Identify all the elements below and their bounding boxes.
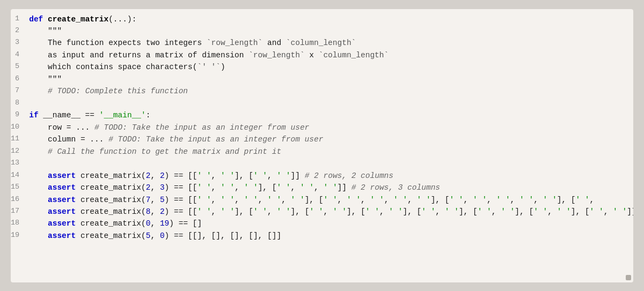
line-content: as input and returns a matrix of dimensi… xyxy=(25,49,633,61)
line-content xyxy=(25,158,633,169)
line-number: 8 xyxy=(11,98,25,109)
table-row: 2 """ xyxy=(11,25,633,37)
line-content: if __name__ == '__main__': xyxy=(25,109,633,121)
table-row: 8 xyxy=(11,98,633,109)
table-row: 13 xyxy=(11,158,633,169)
line-content: assert create_matrix(8, 2) == [[' ', ' '… xyxy=(25,206,633,218)
line-content: assert create_matrix(2, 2) == [[' ', ' '… xyxy=(25,170,633,182)
line-number: 3 xyxy=(11,37,25,49)
line-number: 16 xyxy=(11,194,25,206)
line-number: 13 xyxy=(11,158,25,169)
line-content: # TODO: Complete this function xyxy=(25,85,633,97)
line-content: assert create_matrix(2, 3) == [[' ', ' '… xyxy=(25,182,633,193)
line-content: The function expects two integers `row_l… xyxy=(25,37,633,49)
line-number: 14 xyxy=(11,170,25,182)
table-row: 5 which contains space characters(`' '`) xyxy=(11,61,633,73)
table-row: 14 assert create_matrix(2, 2) == [[' ', … xyxy=(11,170,633,182)
line-content: """ xyxy=(25,25,633,37)
line-number: 1 xyxy=(11,13,25,25)
table-row: 7 # TODO: Complete this function xyxy=(11,85,633,97)
table-row: 9 if __name__ == '__main__': xyxy=(11,109,633,121)
line-number: 19 xyxy=(11,230,25,242)
line-number: 2 xyxy=(11,25,25,37)
line-number: 12 xyxy=(11,146,25,158)
line-content: column = ... # TODO: Take the input as a… xyxy=(25,133,633,145)
table-row: 19 assert create_matrix(5, 0) == [[], []… xyxy=(11,230,633,242)
table-row: 17 assert create_matrix(8, 2) == [[' ', … xyxy=(11,206,633,218)
line-number: 15 xyxy=(11,182,25,193)
line-number: 6 xyxy=(11,73,25,85)
line-content: assert create_matrix(0, 19) == [] xyxy=(25,218,633,229)
code-editor: 1 def create_matrix(...): 2 """ 3 The fu… xyxy=(11,9,633,282)
code-table: 1 def create_matrix(...): 2 """ 3 The fu… xyxy=(11,13,633,242)
line-number: 9 xyxy=(11,109,25,121)
line-content: def create_matrix(...): xyxy=(25,13,633,25)
table-row: 3 The function expects two integers `row… xyxy=(11,37,633,49)
line-number: 4 xyxy=(11,49,25,61)
line-content: """ xyxy=(25,73,633,85)
line-content: row = ... # TODO: Take the input as an i… xyxy=(25,122,633,133)
line-content: assert create_matrix(5, 0) == [[], [], [… xyxy=(25,230,633,242)
line-number: 11 xyxy=(11,133,25,145)
line-content xyxy=(25,98,633,109)
line-number: 5 xyxy=(11,61,25,73)
line-number: 17 xyxy=(11,206,25,218)
table-row: 6 """ xyxy=(11,73,633,85)
table-row: 11 column = ... # TODO: Take the input a… xyxy=(11,133,633,145)
line-content: which contains space characters(`' '`) xyxy=(25,61,633,73)
line-content: # Call the function to get the matrix an… xyxy=(25,146,633,158)
table-row: 18 assert create_matrix(0, 19) == [] xyxy=(11,218,633,229)
table-row: 16 assert create_matrix(7, 5) == [[' ', … xyxy=(11,194,633,206)
table-row: 15 assert create_matrix(2, 3) == [[' ', … xyxy=(11,182,633,193)
line-number: 10 xyxy=(11,122,25,133)
line-number: 7 xyxy=(11,85,25,97)
table-row: 12 # Call the function to get the matrix… xyxy=(11,146,633,158)
scrollbar-corner xyxy=(626,275,631,280)
line-number: 18 xyxy=(11,218,25,229)
table-row: 4 as input and returns a matrix of dimen… xyxy=(11,49,633,61)
table-row: 10 row = ... # TODO: Take the input as a… xyxy=(11,122,633,133)
line-content: assert create_matrix(7, 5) == [[' ', ' '… xyxy=(25,194,633,206)
table-row: 1 def create_matrix(...): xyxy=(11,13,633,25)
